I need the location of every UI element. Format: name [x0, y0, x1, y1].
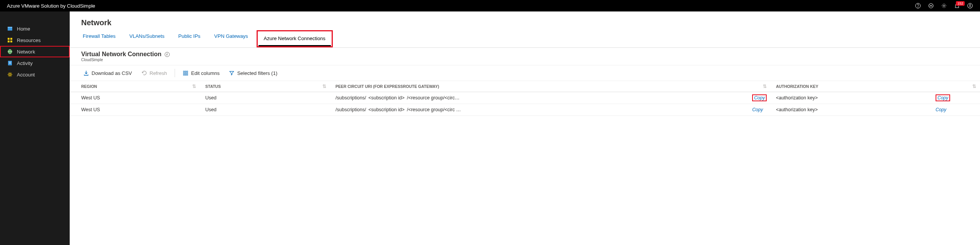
help-icon[interactable]: [915, 3, 921, 9]
svg-rect-25: [185, 75, 186, 76]
support-icon[interactable]: [928, 3, 934, 9]
tab-vpn-gateways[interactable]: VPN Gateways: [209, 30, 253, 47]
section-subtitle: CloudSimple: [81, 58, 969, 62]
cell-status: Used: [200, 104, 330, 116]
sort-icon: ⇅: [972, 84, 976, 89]
network-icon: [7, 49, 13, 55]
svg-rect-22: [185, 73, 186, 74]
cell-uri: /subscriptions/<subscription id>/<resour…: [330, 92, 747, 104]
page-title: Network: [70, 18, 980, 30]
svg-rect-7: [8, 27, 12, 28]
app-title: Azure VMware Solution by CloudSimple: [7, 3, 95, 9]
svg-rect-21: [183, 73, 185, 74]
cell-auth: <authorization key>: [771, 104, 930, 116]
sidebar-item-network[interactable]: Network: [0, 46, 70, 57]
download-icon: [83, 70, 89, 76]
info-icon[interactable]: i: [165, 52, 170, 57]
svg-point-2: [929, 3, 933, 8]
sidebar-item-label: Network: [17, 49, 35, 55]
sidebar-item-label: Home: [17, 26, 30, 32]
svg-point-3: [943, 5, 945, 6]
svg-rect-15: [9, 62, 11, 62]
home-icon: [7, 26, 13, 32]
cell-region: West US: [70, 104, 200, 116]
copy-uri-link[interactable]: Copy: [752, 107, 763, 112]
main-content: Network Firewall Tables VLANs/Subnets Pu…: [70, 11, 980, 245]
cell-region: West US: [70, 92, 200, 104]
copy-uri-link[interactable]: Copy: [752, 94, 767, 101]
sidebar: Home Resources Network Activity Account: [0, 11, 70, 245]
table-row[interactable]: West US Used /subscriptions/<subscriptio…: [70, 92, 980, 104]
sidebar-item-account[interactable]: Account: [0, 69, 70, 80]
th-peer-uri[interactable]: PEER CIRCUIT URI (FOR EXPRESSROUTE GATEW…: [330, 81, 771, 92]
svg-rect-19: [185, 71, 186, 72]
topbar: Azure VMware Solution by CloudSimple 152: [0, 0, 980, 11]
columns-icon: [183, 70, 189, 76]
download-csv-button[interactable]: Download as CSV: [79, 68, 136, 78]
toolbar: Download as CSV Refresh Edit columns Sel: [70, 65, 980, 81]
table-row[interactable]: West US Used /subscriptions/<subscriptio…: [70, 104, 980, 116]
topbar-icons: 152: [915, 3, 973, 9]
svg-rect-26: [187, 75, 188, 76]
svg-rect-20: [187, 71, 188, 72]
sidebar-item-label: Activity: [17, 60, 33, 66]
sort-icon: ⇅: [192, 84, 196, 89]
svg-rect-23: [187, 73, 188, 74]
svg-point-1: [918, 7, 918, 7]
th-status[interactable]: STATUS⇅: [200, 81, 330, 92]
cell-uri: /subscriptions/<subscription id>/<resour…: [330, 104, 747, 116]
refresh-button[interactable]: Refresh: [137, 68, 171, 78]
section-title: Virtual Network Connection: [81, 51, 162, 58]
cell-auth: <authorization key>: [771, 92, 930, 104]
tab-vlans-subnets[interactable]: VLANs/Subnets: [124, 30, 170, 47]
edit-columns-button[interactable]: Edit columns: [179, 68, 223, 78]
svg-rect-11: [10, 41, 12, 42]
section-header: Virtual Network Connection i CloudSimple: [70, 48, 980, 63]
svg-point-5: [969, 4, 971, 6]
filter-icon: [229, 70, 235, 76]
tab-azure-network-connections[interactable]: Azure Network Connections: [258, 32, 331, 46]
cell-status: Used: [200, 92, 330, 104]
activity-icon: [7, 60, 13, 66]
th-auth-key[interactable]: AUTHORIZATION KEY: [771, 81, 930, 92]
sort-icon: ⇅: [322, 84, 326, 89]
sidebar-item-resources[interactable]: Resources: [0, 34, 70, 46]
tabs: Firewall Tables VLANs/Subnets Public IPs…: [70, 30, 980, 48]
sort-icon: ⇅: [763, 84, 767, 89]
download-label: Download as CSV: [92, 70, 132, 76]
svg-rect-16: [9, 63, 11, 63]
copy-auth-link[interactable]: Copy: [936, 107, 946, 112]
svg-rect-9: [10, 38, 12, 40]
connections-table: REGION⇅ STATUS⇅ PEER CIRCUIT URI (FOR EX…: [70, 81, 980, 116]
tab-firewall-tables[interactable]: Firewall Tables: [77, 30, 121, 47]
refresh-label: Refresh: [150, 70, 167, 76]
tab-public-ips[interactable]: Public IPs: [173, 30, 206, 47]
svg-point-17: [9, 74, 11, 76]
resources-icon: [7, 37, 13, 43]
svg-rect-24: [183, 75, 185, 76]
sidebar-item-label: Resources: [17, 37, 41, 43]
svg-rect-8: [8, 38, 10, 40]
sidebar-item-activity[interactable]: Activity: [0, 57, 70, 69]
sidebar-item-home[interactable]: Home: [0, 23, 70, 34]
settings-icon[interactable]: [941, 3, 947, 9]
th-region[interactable]: REGION⇅: [70, 81, 200, 92]
notification-badge: 152: [956, 1, 965, 6]
user-icon[interactable]: [967, 3, 973, 9]
th-auth-actions: ⇅: [930, 81, 980, 92]
notifications-icon[interactable]: 152: [954, 3, 960, 9]
sidebar-item-label: Account: [17, 72, 35, 78]
copy-auth-link[interactable]: Copy: [936, 94, 950, 101]
svg-rect-10: [8, 41, 10, 42]
svg-rect-18: [183, 71, 185, 72]
edit-columns-label: Edit columns: [191, 70, 219, 76]
refresh-icon: [141, 70, 147, 76]
filters-button[interactable]: Selected filters (1): [225, 68, 281, 78]
account-icon: [7, 71, 13, 78]
filters-label: Selected filters (1): [237, 70, 277, 76]
